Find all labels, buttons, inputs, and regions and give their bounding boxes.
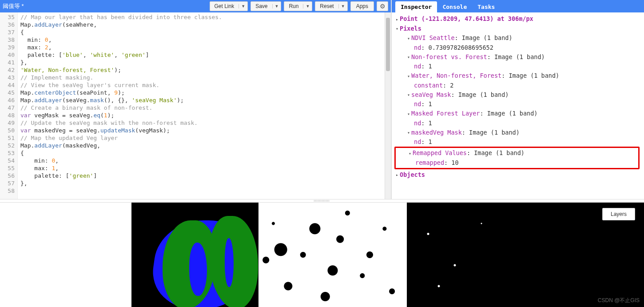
inspector-band-value: constant: 2 — [394, 81, 642, 90]
tab-tasks[interactable]: Tasks — [472, 1, 500, 12]
inspector-pane: Inspector Console Tasks ▸Point (-121.820… — [392, 0, 644, 199]
inspector-item[interactable]: ▾maskedVeg Mask: Image (1 band) — [394, 128, 642, 138]
collapse-icon[interactable]: ▾ — [406, 72, 411, 81]
collapse-icon[interactable]: ▾ — [406, 128, 411, 137]
inspector-band-value: nd: 1 — [394, 119, 642, 128]
collapse-icon[interactable]: ▾ — [394, 24, 400, 33]
expand-icon[interactable]: ▸ — [394, 15, 400, 24]
scrollbar-thumb[interactable] — [386, 18, 390, 71]
script-title: 阈值等 * — [3, 2, 24, 10]
inspector-band-value: remapped: 10 — [396, 158, 638, 167]
chevron-down-icon[interactable]: ▼ — [303, 4, 312, 8]
chevron-down-icon[interactable]: ▼ — [338, 4, 347, 8]
map-panel[interactable]: Layers CSDN @不止GIS — [0, 203, 644, 307]
editor-toolbar: 阈值等 * Get Link▼ Save▼ Run▼ Reset▼ Apps ⚙ — [0, 0, 391, 12]
watermark: CSDN @不止GIS — [598, 297, 640, 304]
chevron-down-icon[interactable]: ▼ — [272, 4, 281, 8]
inspector-item[interactable]: ▾Non-forest vs. Forest: Image (1 band) — [394, 52, 642, 62]
collapse-icon[interactable]: ▾ — [406, 52, 411, 62]
tab-inspector[interactable]: Inspector — [395, 1, 437, 12]
collapse-icon[interactable]: ▾ — [407, 149, 413, 158]
map-tile-dark: Layers CSDN @不止GIS — [407, 203, 644, 307]
inspector-tabbar: Inspector Console Tasks — [392, 0, 644, 12]
inspector-item[interactable]: ▾NDVI Seattle: Image (1 band) — [394, 33, 642, 43]
chevron-down-icon[interactable]: ▼ — [239, 4, 247, 8]
code-editor-pane: 阈值等 * Get Link▼ Save▼ Run▼ Reset▼ Apps ⚙… — [0, 0, 392, 199]
horizontal-splitter[interactable] — [0, 199, 644, 203]
collapse-icon[interactable]: ▾ — [406, 90, 411, 100]
inspector-item[interactable]: ▾seaVeg Mask: Image (1 band) — [394, 90, 642, 100]
collapse-icon[interactable]: ▾ — [406, 109, 411, 119]
inspector-band-value: nd: 1 — [394, 62, 642, 71]
point-info[interactable]: ▸Point (-121.8209, 47.6413) at 306m/px — [394, 14, 642, 24]
map-tile-classified — [131, 203, 258, 307]
inspector-item[interactable]: ▾Masked Forest Layer: Image (1 band) — [394, 109, 642, 119]
inspector-band-value: nd: 0.7309782608695652 — [394, 43, 642, 52]
expand-icon[interactable]: ▸ — [394, 170, 400, 179]
code-editor[interactable]: 3536373839404142434445464748495051525354… — [0, 12, 391, 199]
vertical-scrollbar[interactable] — [385, 12, 391, 199]
collapse-icon[interactable]: ▾ — [406, 34, 411, 43]
apps-button[interactable]: Apps — [350, 1, 374, 11]
code-body[interactable]: // Map our layer that has been divided i… — [18, 12, 385, 199]
gear-icon[interactable]: ⚙ — [377, 1, 388, 11]
map-tile-mask — [258, 203, 407, 307]
tab-console[interactable]: Console — [437, 1, 472, 12]
line-gutter: 3536373839404142434445464748495051525354… — [0, 12, 18, 199]
objects-section[interactable]: ▸Objects — [394, 170, 642, 180]
pixels-section[interactable]: ▾Pixels — [394, 24, 642, 34]
get-link-button[interactable]: Get Link▼ — [210, 1, 248, 11]
inspector-band-value: nd: 1 — [394, 100, 642, 109]
reset-button[interactable]: Reset▼ — [315, 1, 347, 11]
run-button[interactable]: Run▼ — [284, 1, 312, 11]
map-tile-blank — [0, 203, 131, 307]
inspector-body: ▸Point (-121.8209, 47.6413) at 306m/px ▾… — [392, 12, 644, 199]
inspector-item[interactable]: ▾Water, Non-forest, Forest: Image (1 ban… — [394, 71, 642, 81]
inspector-band-value: nd: 1 — [394, 137, 642, 147]
save-button[interactable]: Save▼ — [250, 1, 281, 11]
inspector-item[interactable]: ▾Remapped Values: Image (1 band) — [396, 148, 638, 158]
layers-button[interactable]: Layers — [602, 208, 635, 220]
